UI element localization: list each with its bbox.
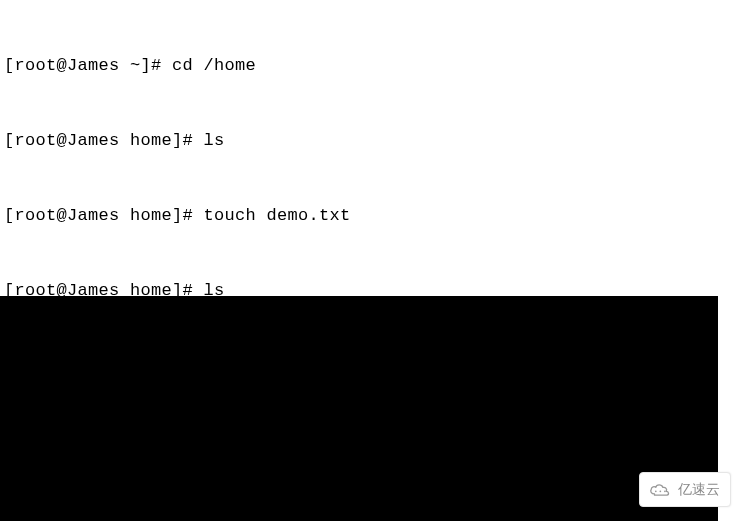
terminal-line: [root@James ~]# cd /home: [4, 53, 735, 78]
svg-point-1: [660, 490, 662, 492]
terminal-line: [root@James home]# ls: [4, 128, 735, 153]
svg-point-2: [664, 490, 666, 492]
watermark-badge: 亿速云: [639, 472, 731, 507]
cloud-icon: [648, 482, 674, 498]
watermark-text: 亿速云: [678, 477, 720, 502]
terminal-line: [root@James home]# touch demo.txt: [4, 203, 735, 228]
redacted-region: [0, 296, 718, 521]
svg-point-0: [655, 490, 657, 492]
